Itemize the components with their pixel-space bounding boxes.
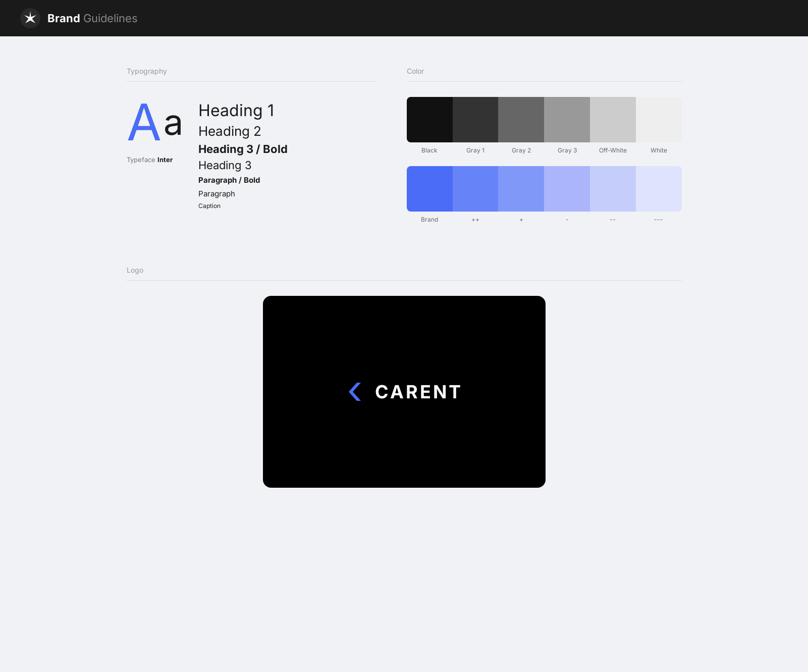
swatch-label: -- [610,216,616,223]
brand-swatch-row: Brand+++------ [407,166,682,223]
app-header: Brand Guidelines [0,0,808,36]
gray-swatch-white: White [636,97,682,154]
gray-swatch-off-white: Off-White [590,97,636,154]
swatch-box [453,166,499,212]
type-style-h3-bold: Heading 3 / Bold [198,142,288,156]
swatch-label: Gray 3 [558,146,577,154]
type-styles-list: Heading 1 Heading 2 Heading 3 / Bold Hea… [198,97,288,211]
typography-divider [127,81,376,82]
gray-swatch-row: BlackGray 1Gray 2Gray 3Off-WhiteWhite [407,97,682,154]
swatch-box [407,97,453,142]
swatch-label: Off-White [599,146,627,154]
type-style-para: Paragraph [198,188,288,199]
swatch-label: ++ [471,216,479,223]
swatch-box [590,166,636,212]
color-section: Color BlackGray 1Gray 2Gray 3Off-WhiteWh… [407,67,682,235]
type-style-para-bold: Paragraph / Bold [198,175,288,185]
swatch-box [453,97,499,142]
brand-swatch-brand: Brand [407,166,453,223]
logo-wordmark: CARENT [375,381,463,403]
gray-swatch-black: Black [407,97,453,154]
logo-divider [127,280,682,281]
brand-swatch----: --- [636,166,682,223]
type-specimen-container: A a Typeface Inter [127,97,183,164]
type-style-h1: Heading 1 [198,101,288,120]
svg-marker-1 [349,383,361,401]
header-title: Brand Guidelines [47,12,138,25]
swatch-box [498,166,544,212]
brand-swatch---: -- [590,166,636,223]
swatch-label: Gray 2 [512,146,531,154]
type-big-A: A [127,97,161,147]
typeface-label: Typeface Inter [127,156,183,164]
header-title-rest: Guidelines [80,12,138,25]
swatch-box [498,97,544,142]
header-title-brand: Brand [47,12,80,25]
type-style-h2: Heading 2 [198,123,288,139]
logo-card: CARENT [263,296,546,488]
logo-section-title: Logo [127,266,682,274]
type-style-h3: Heading 3 [198,159,288,172]
brand-swatch---: ++ [453,166,499,223]
logo-section: Logo CARENT [127,266,682,488]
brand-logo-icon [20,8,40,28]
swatch-box [636,97,682,142]
logo-chevron-icon [346,381,368,403]
swatch-label: Gray 1 [466,146,484,154]
swatch-box [636,166,682,212]
type-style-caption: Caption [198,202,288,211]
swatch-label: Black [421,146,438,154]
typeface-name: Inter [157,156,173,164]
swatch-box [590,97,636,142]
brand-swatch--: + [498,166,544,223]
color-divider [407,81,682,82]
swatch-box [544,97,590,142]
brand-swatches: Brand+++------ [407,166,682,223]
gray-swatch-gray-2: Gray 2 [498,97,544,154]
swatch-label: - [566,216,569,223]
gray-swatches: BlackGray 1Gray 2Gray 3Off-WhiteWhite [407,97,682,154]
brand-swatch--: - [544,166,590,223]
typography-section-title: Typography [127,67,376,75]
swatch-label: White [651,146,667,154]
swatch-label: --- [654,216,663,223]
swatch-box [544,166,590,212]
swatch-box [407,166,453,212]
color-section-title: Color [407,67,682,75]
swatch-label: + [519,216,523,223]
type-small-a: a [164,105,183,140]
top-section: Typography A a Typeface Inter Heading 1 [127,67,682,235]
typography-content: A a Typeface Inter Heading 1 Heading 2 H… [127,97,376,211]
main-content: Typography A a Typeface Inter Heading 1 [101,36,707,518]
gray-swatch-gray-3: Gray 3 [544,97,590,154]
gray-swatch-gray-1: Gray 1 [453,97,499,154]
typography-section: Typography A a Typeface Inter Heading 1 [127,67,376,235]
logo-content: CARENT [346,381,463,403]
type-specimen: A a [127,97,183,147]
swatch-label: Brand [421,216,438,223]
